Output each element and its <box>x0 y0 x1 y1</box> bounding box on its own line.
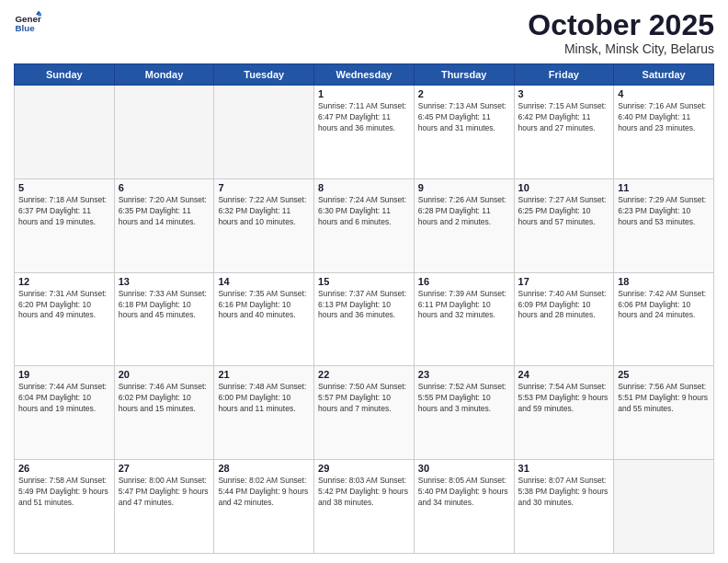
day-info: Sunrise: 7:52 AM Sunset: 5:55 PM Dayligh… <box>418 382 510 415</box>
table-row: 12Sunrise: 7:31 AM Sunset: 6:20 PM Dayli… <box>15 272 115 366</box>
table-row: 2Sunrise: 7:13 AM Sunset: 6:45 PM Daylig… <box>414 86 514 179</box>
day-number: 29 <box>318 463 410 474</box>
day-number: 27 <box>119 463 210 474</box>
day-info: Sunrise: 7:39 AM Sunset: 6:11 PM Dayligh… <box>418 289 510 322</box>
table-row <box>214 86 314 179</box>
day-info: Sunrise: 7:15 AM Sunset: 6:42 PM Dayligh… <box>518 101 610 134</box>
day-info: Sunrise: 7:18 AM Sunset: 6:37 PM Dayligh… <box>18 195 110 228</box>
day-number: 8 <box>318 182 410 193</box>
day-number: 18 <box>618 276 710 287</box>
table-row: 8Sunrise: 7:24 AM Sunset: 6:30 PM Daylig… <box>314 178 415 272</box>
day-number: 13 <box>119 276 210 287</box>
table-row <box>114 86 214 179</box>
table-row: 23Sunrise: 7:52 AM Sunset: 5:55 PM Dayli… <box>414 366 514 460</box>
day-info: Sunrise: 7:50 AM Sunset: 5:57 PM Dayligh… <box>318 382 410 415</box>
day-number: 7 <box>218 182 310 193</box>
day-info: Sunrise: 7:37 AM Sunset: 6:13 PM Dayligh… <box>318 289 410 322</box>
table-row: 28Sunrise: 8:02 AM Sunset: 5:44 PM Dayli… <box>214 460 314 554</box>
day-number: 26 <box>18 463 110 474</box>
day-number: 10 <box>518 182 610 193</box>
day-info: Sunrise: 7:33 AM Sunset: 6:18 PM Dayligh… <box>119 289 210 322</box>
table-row: 16Sunrise: 7:39 AM Sunset: 6:11 PM Dayli… <box>414 272 514 366</box>
table-row: 3Sunrise: 7:15 AM Sunset: 6:42 PM Daylig… <box>514 86 614 179</box>
table-row: 29Sunrise: 8:03 AM Sunset: 5:42 PM Dayli… <box>314 460 415 554</box>
calendar-table: Sunday Monday Tuesday Wednesday Thursday… <box>14 63 714 554</box>
table-row: 24Sunrise: 7:54 AM Sunset: 5:53 PM Dayli… <box>514 366 614 460</box>
day-number: 31 <box>518 463 610 474</box>
day-info: Sunrise: 7:40 AM Sunset: 6:09 PM Dayligh… <box>518 289 610 322</box>
title-block: October 2025 Minsk, Minsk City, Belarus <box>528 9 714 56</box>
table-row: 26Sunrise: 7:58 AM Sunset: 5:49 PM Dayli… <box>15 460 115 554</box>
day-info: Sunrise: 8:07 AM Sunset: 5:38 PM Dayligh… <box>518 476 610 509</box>
day-info: Sunrise: 7:54 AM Sunset: 5:53 PM Dayligh… <box>518 382 610 415</box>
table-row: 4Sunrise: 7:16 AM Sunset: 6:40 PM Daylig… <box>614 86 714 179</box>
table-row: 6Sunrise: 7:20 AM Sunset: 6:35 PM Daylig… <box>114 178 214 272</box>
day-number: 14 <box>218 276 310 287</box>
table-row: 31Sunrise: 8:07 AM Sunset: 5:38 PM Dayli… <box>514 460 614 554</box>
day-info: Sunrise: 8:02 AM Sunset: 5:44 PM Dayligh… <box>218 476 310 509</box>
day-number: 12 <box>18 276 110 287</box>
table-row: 13Sunrise: 7:33 AM Sunset: 6:18 PM Dayli… <box>114 272 214 366</box>
table-row: 9Sunrise: 7:26 AM Sunset: 6:28 PM Daylig… <box>414 178 514 272</box>
day-number: 1 <box>318 88 410 99</box>
day-number: 30 <box>418 463 510 474</box>
day-number: 2 <box>418 88 510 99</box>
day-number: 3 <box>518 88 610 99</box>
day-number: 11 <box>618 182 710 193</box>
day-number: 6 <box>119 182 210 193</box>
table-row: 10Sunrise: 7:27 AM Sunset: 6:25 PM Dayli… <box>514 178 614 272</box>
svg-text:Blue: Blue <box>16 23 36 33</box>
dow-monday: Monday <box>114 64 214 86</box>
table-row: 15Sunrise: 7:37 AM Sunset: 6:13 PM Dayli… <box>314 272 415 366</box>
logo: General Blue <box>14 9 41 37</box>
dow-friday: Friday <box>514 64 614 86</box>
day-info: Sunrise: 7:24 AM Sunset: 6:30 PM Dayligh… <box>318 195 410 228</box>
day-info: Sunrise: 7:27 AM Sunset: 6:25 PM Dayligh… <box>518 195 610 228</box>
table-row: 25Sunrise: 7:56 AM Sunset: 5:51 PM Dayli… <box>614 366 714 460</box>
day-number: 17 <box>518 276 610 287</box>
location: Minsk, Minsk City, Belarus <box>528 41 714 56</box>
table-row: 19Sunrise: 7:44 AM Sunset: 6:04 PM Dayli… <box>15 366 115 460</box>
day-info: Sunrise: 7:56 AM Sunset: 5:51 PM Dayligh… <box>618 382 710 415</box>
logo-icon: General Blue <box>14 9 41 37</box>
day-info: Sunrise: 7:35 AM Sunset: 6:16 PM Dayligh… <box>218 289 310 322</box>
table-row: 17Sunrise: 7:40 AM Sunset: 6:09 PM Dayli… <box>514 272 614 366</box>
day-number: 23 <box>418 369 510 380</box>
day-number: 5 <box>18 182 110 193</box>
day-info: Sunrise: 8:00 AM Sunset: 5:47 PM Dayligh… <box>119 476 210 509</box>
table-row: 22Sunrise: 7:50 AM Sunset: 5:57 PM Dayli… <box>314 366 415 460</box>
table-row: 30Sunrise: 8:05 AM Sunset: 5:40 PM Dayli… <box>414 460 514 554</box>
table-row: 14Sunrise: 7:35 AM Sunset: 6:16 PM Dayli… <box>214 272 314 366</box>
dow-sunday: Sunday <box>15 64 115 86</box>
day-info: Sunrise: 7:20 AM Sunset: 6:35 PM Dayligh… <box>119 195 210 228</box>
day-number: 22 <box>318 369 410 380</box>
day-number: 24 <box>518 369 610 380</box>
day-info: Sunrise: 7:31 AM Sunset: 6:20 PM Dayligh… <box>18 289 110 322</box>
day-info: Sunrise: 7:22 AM Sunset: 6:32 PM Dayligh… <box>218 195 310 228</box>
day-info: Sunrise: 7:26 AM Sunset: 6:28 PM Dayligh… <box>418 195 510 228</box>
dow-tuesday: Tuesday <box>214 64 314 86</box>
table-row: 18Sunrise: 7:42 AM Sunset: 6:06 PM Dayli… <box>614 272 714 366</box>
day-info: Sunrise: 7:16 AM Sunset: 6:40 PM Dayligh… <box>618 101 710 134</box>
table-row: 27Sunrise: 8:00 AM Sunset: 5:47 PM Dayli… <box>114 460 214 554</box>
day-info: Sunrise: 7:11 AM Sunset: 6:47 PM Dayligh… <box>318 101 410 134</box>
table-row <box>15 86 115 179</box>
month-title: October 2025 <box>528 9 714 41</box>
day-info: Sunrise: 7:44 AM Sunset: 6:04 PM Dayligh… <box>18 382 110 415</box>
table-row: 5Sunrise: 7:18 AM Sunset: 6:37 PM Daylig… <box>15 178 115 272</box>
day-info: Sunrise: 7:42 AM Sunset: 6:06 PM Dayligh… <box>618 289 710 322</box>
table-row: 1Sunrise: 7:11 AM Sunset: 6:47 PM Daylig… <box>314 86 415 179</box>
day-info: Sunrise: 8:03 AM Sunset: 5:42 PM Dayligh… <box>318 476 410 509</box>
dow-thursday: Thursday <box>414 64 514 86</box>
day-info: Sunrise: 7:29 AM Sunset: 6:23 PM Dayligh… <box>618 195 710 228</box>
day-info: Sunrise: 7:13 AM Sunset: 6:45 PM Dayligh… <box>418 101 510 134</box>
dow-wednesday: Wednesday <box>314 64 415 86</box>
header: General Blue October 2025 Minsk, Minsk C… <box>14 9 714 56</box>
day-number: 19 <box>18 369 110 380</box>
table-row: 21Sunrise: 7:48 AM Sunset: 6:00 PM Dayli… <box>214 366 314 460</box>
day-info: Sunrise: 7:46 AM Sunset: 6:02 PM Dayligh… <box>119 382 210 415</box>
dow-saturday: Saturday <box>614 64 714 86</box>
day-number: 15 <box>318 276 410 287</box>
day-number: 9 <box>418 182 510 193</box>
table-row <box>614 460 714 554</box>
